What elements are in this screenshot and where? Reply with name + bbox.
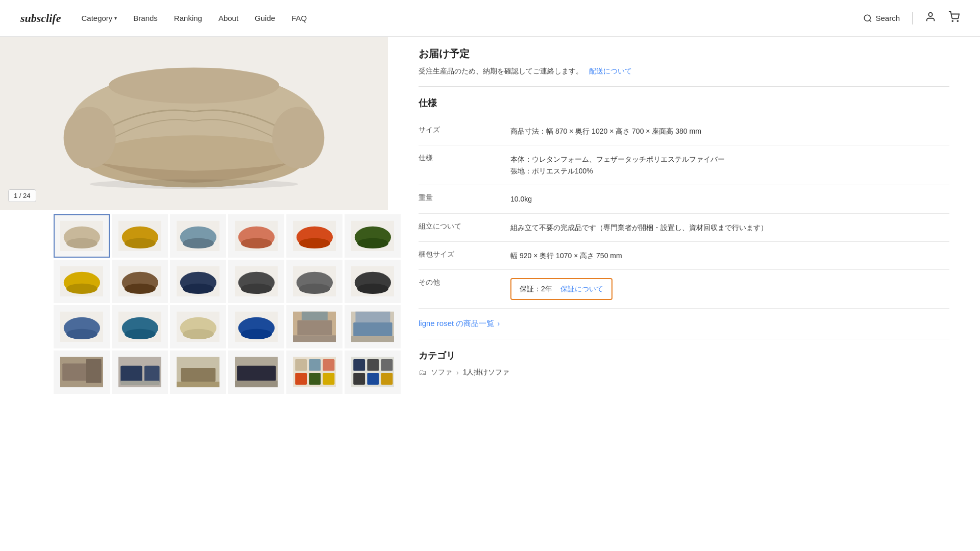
delivery-section: お届け予定 受注生産品のため、納期を確認してご連絡します。 配送について [419,47,949,76]
svg-point-2 [928,13,932,16]
svg-point-32 [66,284,97,294]
category-section: カテゴリ 🗂 ソファ › 1人掛けソファ [419,349,949,377]
svg-rect-77 [177,382,220,387]
thumb-22[interactable] [228,350,284,394]
svg-rect-80 [235,381,278,387]
product-svg [46,57,342,190]
svg-point-10 [272,107,324,169]
svg-point-17 [124,238,155,248]
svg-rect-92 [353,373,365,385]
spec-weight-value: 10.0kg [510,193,949,205]
thumb-7[interactable] [54,260,110,303]
thumb-15[interactable] [170,305,226,348]
thumb-8[interactable] [112,260,168,303]
svg-point-14 [66,238,97,248]
spec-size-value: 商品寸法：幅 870 × 奥行 1020 × 高さ 700 × 座面高 380 … [510,126,949,137]
warranty-link[interactable]: 保証について [560,283,603,294]
svg-point-20 [182,238,213,248]
spec-packaging-value: 幅 920 × 奥行 1070 × 高さ 750 mm [510,250,949,261]
svg-rect-90 [367,359,379,371]
breadcrumb-single-sofa[interactable]: 1人掛けソファ [463,368,510,377]
thumb-3[interactable] [170,214,226,258]
svg-point-9 [64,107,116,169]
nav-ranking[interactable]: Ranking [174,14,202,22]
search-button[interactable]: Search [863,14,900,23]
svg-point-3 [952,20,953,21]
account-button[interactable] [925,11,936,25]
thumb-19[interactable] [54,350,110,394]
spec-assembly-label: 組立について [419,222,510,231]
logo[interactable]: subsclife [20,12,61,25]
brand-link[interactable]: ligne roset の商品一覧 › [419,319,949,329]
search-icon [863,14,872,23]
chevron-down-icon: ▾ [114,15,117,21]
thumb-21[interactable] [170,350,226,394]
main-content: 1 / 24 [0,37,980,398]
svg-rect-67 [355,312,390,322]
folder-icon: 🗂 [419,368,427,377]
divider-1 [419,86,949,87]
thumb-13[interactable] [54,305,110,348]
thumb-9[interactable] [170,260,226,303]
thumb-4[interactable] [228,214,284,258]
delivery-description: 受注生産品のため、納期を確認してご連絡します。 配送について [419,67,949,76]
spec-assembly: 組立について 組み立て不要の完成品です（専門業者が開梱・設置し、資材回収まで行い… [419,214,949,242]
svg-rect-87 [323,373,334,385]
cart-icon [948,11,960,22]
delivery-title: お届け予定 [419,47,949,61]
thumb-10[interactable] [228,260,284,303]
breadcrumb-sofa[interactable]: ソファ [431,368,452,377]
spec-material: 仕様 本体：ウレタンフォーム、フェザータッチポリエステルファイバー張地：ポリエス… [419,145,949,185]
nav-about[interactable]: About [218,14,238,22]
user-icon [925,11,936,22]
svg-rect-62 [293,335,336,342]
svg-point-38 [182,284,213,294]
svg-rect-93 [367,373,379,385]
svg-rect-76 [181,368,215,382]
nav-guide[interactable]: Guide [255,14,275,22]
thumb-23[interactable] [286,350,342,394]
chevron-right-icon: › [497,319,500,328]
nav-faq[interactable]: FAQ [291,14,307,22]
svg-point-29 [357,238,388,248]
svg-rect-84 [323,359,334,371]
delivery-link[interactable]: 配送について [589,67,632,75]
svg-rect-74 [120,381,159,385]
svg-rect-79 [237,366,276,381]
image-counter: 1 / 24 [8,189,36,202]
breadcrumb: 🗂 ソファ › 1人掛けソファ [419,368,949,377]
svg-point-53 [124,329,155,339]
thumb-11[interactable] [286,260,342,303]
spec-material-value: 本体：ウレタンフォーム、フェザータッチポリエステルファイバー張地：ポリエステル1… [510,154,949,177]
product-images: 1 / 24 [0,37,388,398]
cart-button[interactable] [948,11,960,25]
svg-point-50 [66,329,97,339]
nav-category[interactable]: Category ▾ [81,14,117,22]
header: subsclife Category ▾ Brands Ranking Abou… [0,0,980,37]
header-right: Search [863,11,960,25]
svg-point-8 [109,67,279,104]
spec-other: その他 保証：2年 保証について [419,270,949,308]
svg-rect-63 [302,312,328,320]
spec-other-label: その他 [419,278,510,287]
thumb-2[interactable] [112,214,168,258]
breadcrumb-separator: › [456,368,459,377]
thumb-20[interactable] [112,350,168,394]
svg-rect-70 [86,359,101,383]
svg-point-41 [240,284,272,294]
nav: Category ▾ Brands Ranking About Guide FA… [81,14,863,22]
spec-packaging: 梱包サイズ 幅 920 × 奥行 1070 × 高さ 750 mm [419,242,949,270]
thumbnails-grid [0,210,388,398]
thumb-5[interactable] [286,214,342,258]
thumb-14[interactable] [112,305,168,348]
thumb-16[interactable] [228,305,284,348]
svg-rect-73 [144,366,159,383]
divider-2 [419,339,949,339]
header-divider [912,12,913,24]
thumb-1[interactable] [54,214,110,258]
nav-brands[interactable]: Brands [133,14,158,22]
spec-size: サイズ 商品寸法：幅 870 × 奥行 1020 × 高さ 700 × 座面高 … [419,117,949,145]
thumb-17[interactable] [286,305,342,348]
svg-point-0 [865,15,871,21]
svg-rect-86 [309,373,321,385]
